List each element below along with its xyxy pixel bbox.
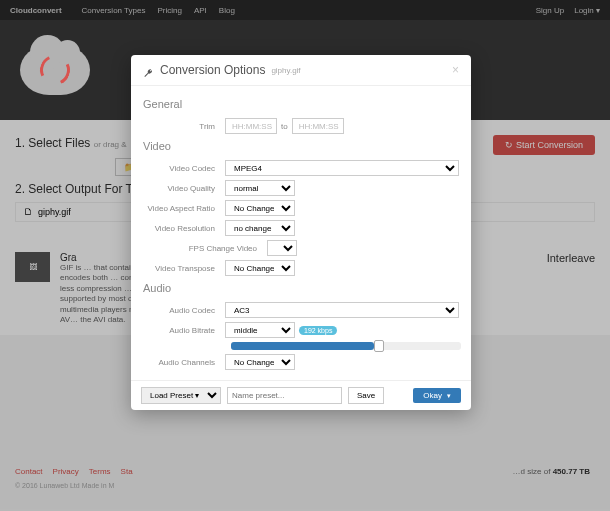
- fps-label: FPS Change Video: [143, 244, 263, 253]
- modal-title: Conversion Options: [160, 63, 265, 77]
- video-transpose-select[interactable]: No Change: [225, 260, 295, 276]
- trim-label: Trim: [143, 122, 221, 131]
- modal-filename: giphy.gif: [271, 66, 300, 75]
- video-codec-label: Video Codec: [143, 164, 221, 173]
- modal-header: Conversion Options giphy.gif ×: [131, 55, 471, 86]
- video-resolution-label: Video Resolution: [143, 224, 221, 233]
- video-aspect-label: Video Aspect Ratio: [143, 204, 221, 213]
- trim-start-input[interactable]: [225, 118, 277, 134]
- section-video: Video: [143, 140, 459, 152]
- save-preset-button[interactable]: Save: [348, 387, 384, 404]
- audio-bitrate-select[interactable]: middle: [225, 322, 295, 338]
- audio-codec-select[interactable]: AC3: [225, 302, 459, 318]
- wrench-icon: [143, 65, 154, 76]
- close-icon[interactable]: ×: [452, 63, 459, 77]
- section-general: General: [143, 98, 459, 110]
- video-codec-select[interactable]: MPEG4: [225, 160, 459, 176]
- video-resolution-select[interactable]: no change: [225, 220, 295, 236]
- audio-bitrate-label: Audio Bitrate: [143, 326, 221, 335]
- slider-knob-icon[interactable]: [374, 340, 384, 352]
- preset-name-input[interactable]: [227, 387, 342, 404]
- fps-select[interactable]: [267, 240, 297, 256]
- modal-footer: Load Preset ▾ Save Okay: [131, 380, 471, 410]
- conversion-options-modal: Conversion Options giphy.gif × General T…: [131, 55, 471, 410]
- okay-button[interactable]: Okay: [413, 388, 461, 403]
- video-transpose-label: Video Transpose: [143, 264, 221, 273]
- trim-end-input[interactable]: [292, 118, 344, 134]
- to-label: to: [281, 122, 288, 131]
- video-aspect-select[interactable]: No Change: [225, 200, 295, 216]
- bitrate-badge: 192 kbps: [299, 326, 337, 335]
- audio-channels-label: Audio Channels: [143, 358, 221, 367]
- load-preset-select[interactable]: Load Preset ▾: [141, 387, 221, 404]
- video-quality-select[interactable]: normal: [225, 180, 295, 196]
- video-quality-label: Video Quality: [143, 184, 221, 193]
- audio-codec-label: Audio Codec: [143, 306, 221, 315]
- section-audio: Audio: [143, 282, 459, 294]
- bitrate-slider[interactable]: [231, 342, 461, 350]
- audio-channels-select[interactable]: No Change: [225, 354, 295, 370]
